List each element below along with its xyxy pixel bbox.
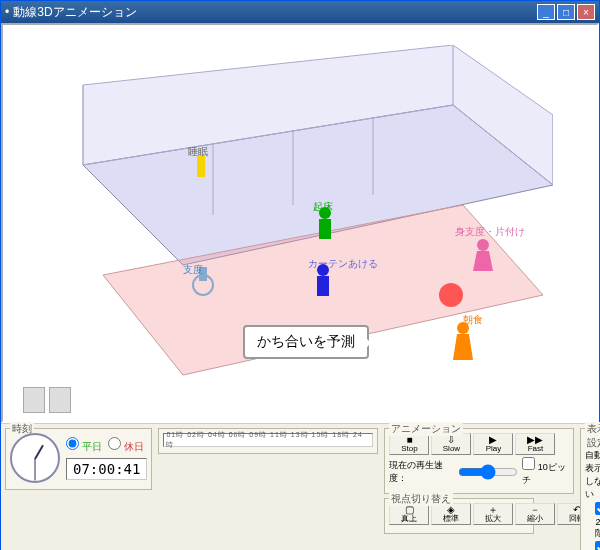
speed-label: 現在の再生速度： bbox=[389, 459, 454, 485]
analog-clock bbox=[10, 433, 60, 483]
speed-slider[interactable] bbox=[458, 464, 518, 480]
prediction-callout: かち合いを予測 bbox=[243, 325, 369, 359]
zoom-in-button[interactable]: ＋拡大 bbox=[473, 503, 513, 525]
viewpoint-group: 視点切り替え ▢真上 ◈標準 ＋拡大 －縮小 ↶回転 ↷回転 ⟲リセット bbox=[384, 498, 534, 534]
label-wash: 身支度・片付け bbox=[455, 225, 525, 239]
animation-group-title: アニメーション bbox=[389, 422, 463, 436]
label-breakfast: 朝食 bbox=[463, 313, 483, 327]
fast-button[interactable]: ▶▶Fast bbox=[515, 433, 555, 455]
person-orange-icon bbox=[453, 322, 473, 360]
label-sleep: 睡眠 bbox=[188, 145, 208, 159]
svg-point-14 bbox=[477, 239, 489, 251]
building-icon[interactable] bbox=[49, 387, 71, 413]
animation-group: アニメーション ■Stop ⇩Slow ▶Play ▶▶Fast 現在の再生速度… bbox=[384, 428, 574, 494]
close-button[interactable]: × bbox=[577, 4, 595, 20]
viewpoint-group-title: 視点切り替え bbox=[389, 492, 453, 506]
app-window: • 動線3Dアニメーション _ □ × 睡眠 起床 bbox=[0, 0, 600, 550]
building-icon[interactable] bbox=[23, 387, 45, 413]
svg-rect-13 bbox=[317, 276, 329, 296]
view-top-button[interactable]: ▢真上 bbox=[389, 503, 429, 525]
svg-rect-11 bbox=[319, 219, 331, 239]
label-curtain: カーテンあける bbox=[308, 257, 378, 271]
digital-time: 07:00:41 bbox=[66, 458, 147, 480]
stop-button[interactable]: ■Stop bbox=[389, 433, 429, 455]
window-title: 動線3Dアニメーション bbox=[9, 4, 535, 21]
maximize-button[interactable]: □ bbox=[557, 4, 575, 20]
holiday-radio[interactable]: 休日 bbox=[108, 437, 144, 454]
control-panel: 時刻 平日 休日 07:00:41 01時 02時 04時 06時 09時 11… bbox=[1, 423, 599, 550]
view-std-button[interactable]: ◈標準 bbox=[431, 503, 471, 525]
label-support: 支度 bbox=[183, 263, 203, 277]
collision-marker-icon bbox=[439, 283, 463, 307]
play-button[interactable]: ▶Play bbox=[473, 433, 513, 455]
minimize-button[interactable]: _ bbox=[537, 4, 555, 20]
clock-group: 時刻 平日 休日 07:00:41 bbox=[5, 428, 152, 490]
floor2-checkbox[interactable]: 2階 bbox=[595, 502, 600, 540]
titlebar: • 動線3Dアニメーション _ □ × bbox=[1, 1, 599, 23]
weekday-radio[interactable]: 平日 bbox=[66, 437, 102, 454]
timescale-group: 01時 02時 04時 06時 09時 11時 13時 15時 18時 24時 bbox=[158, 428, 378, 454]
svg-marker-17 bbox=[453, 334, 473, 360]
display-group: 表示設定 自動表示しない 2階 1階 全部表示する bbox=[580, 428, 600, 550]
display-group-title: 表示設定 bbox=[585, 422, 600, 450]
floor1-checkbox[interactable]: 1階 bbox=[595, 541, 600, 550]
label-wake: 起床 bbox=[313, 200, 333, 214]
3d-viewport[interactable]: 睡眠 起床 支度 カーテンあける 身支度・片付け 朝食 かち合いを予測 bbox=[1, 23, 599, 423]
zoom-out-button[interactable]: －縮小 bbox=[515, 503, 555, 525]
slow-button[interactable]: ⇩Slow bbox=[431, 433, 471, 455]
time-scale[interactable]: 01時 02時 04時 06時 09時 11時 13時 15時 18時 24時 bbox=[163, 433, 373, 447]
pitch-checkbox[interactable]: 10ピッチ bbox=[522, 457, 569, 487]
building-thumb-icons[interactable] bbox=[23, 387, 71, 413]
